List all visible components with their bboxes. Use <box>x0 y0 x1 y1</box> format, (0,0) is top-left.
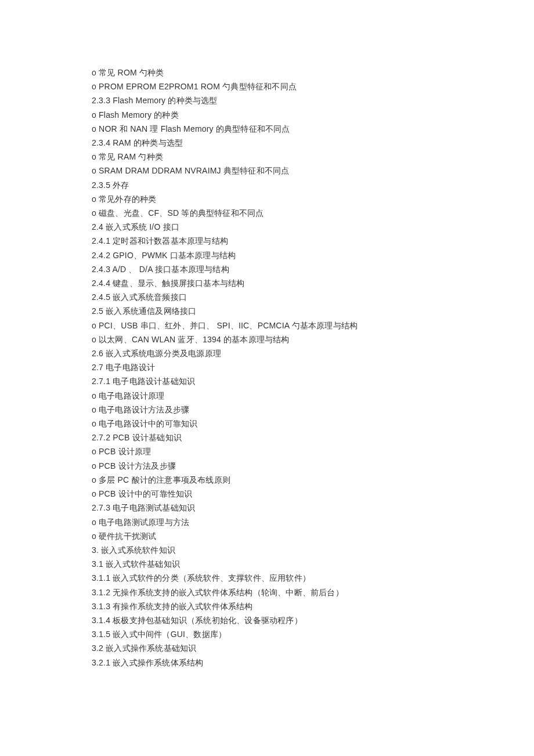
outline-line: o Flash Memory 的种类 <box>92 108 452 122</box>
outline-line: o 电子电路测试原理与方法 <box>92 515 452 529</box>
outline-line: 3.1.4 板极支持包基础知识（系统初始化、设备驱动程序） <box>92 613 452 627</box>
outline-line: 2.7.2 PCB 设计基础知识 <box>92 431 452 444</box>
outline-line: 2.3.5 外存 <box>92 178 452 192</box>
outline-line: 2.4.3 A/D 、 D/A 接口基本原理与结构 <box>92 262 452 276</box>
outline-line: 3.1.2 无操作系统支持的嵌入式软件体系结构（轮询、中断、前后台） <box>92 585 452 599</box>
outline-line: 2.7.3 电子电路测试基础知识 <box>92 501 452 515</box>
outline-line: o 硬件抗干扰测试 <box>92 529 452 543</box>
outline-line: 2.3.4 RAM 的种类与选型 <box>92 136 452 150</box>
outline-line: o 常见 ROM 勺种类 <box>92 66 452 79</box>
outline-line: o PCB 设计中的可靠性知识 <box>92 487 452 501</box>
outline-line: o SRAM DRAM DDRAM NVRAIMJ 典型特征和不同点 <box>92 164 452 178</box>
outline-line: o 电子电路设计原理 <box>92 389 452 403</box>
outline-line: 2.4.2 GPIO、PWMK 口基本原理与结构 <box>92 248 452 262</box>
outline-line: 2.5 嵌入系统通信及网络接口 <box>92 304 452 318</box>
outline-line: 2.4.1 定时器和计数器基本原理与结构 <box>92 234 452 248</box>
outline-line: o PCB 设计原理 <box>92 444 452 458</box>
outline-line: o PCI、USB 串口、红外、并口、 SPI、IIC、PCMCIA 勺基本原理… <box>92 319 452 332</box>
outline-line: 3.1.3 有操作系统支持的嵌入式软件体系结构 <box>92 599 452 613</box>
outline-line: 2.7 电子电路设计 <box>92 360 452 374</box>
outline-line: 3.2.1 嵌入式操作系统体系结构 <box>92 656 452 670</box>
outline-line: 3.1.1 嵌入式软件的分类（系统软件、支撑软件、应用软件） <box>92 571 452 585</box>
outline-line: o 以太网、CAN WLAN 蓝牙、1394 的基本原理与结构 <box>92 332 452 346</box>
outline-line: 3.2 嵌入式操作系统基础知识 <box>92 641 452 655</box>
outline-line: o 常见外存的种类 <box>92 192 452 206</box>
outline-line: o PCB 设计方法及步骤 <box>92 459 452 473</box>
outline-line: 3.1 嵌入式软件基础知识 <box>92 557 452 571</box>
outline-line: 2.4.4 键盘、显示、触摸屏接口基本与结构 <box>92 276 452 290</box>
outline-line: 2.4 嵌入式系统 I/O 接口 <box>92 220 452 234</box>
outline-line: o 电子电路设计方法及步骤 <box>92 403 452 417</box>
outline-list: o 常见 ROM 勺种类o PROM EPROM E2PROM1 ROM 勺典型… <box>92 66 452 670</box>
outline-line: o 电子电路设计中的可靠知识 <box>92 417 452 431</box>
outline-line: 2.4.5 嵌入式系统音频接口 <box>92 290 452 304</box>
outline-line: 3. 嵌入式系统软件知识 <box>92 543 452 557</box>
outline-line: o 磁盘、光盘、CF、SD 等的典型特征和不同点 <box>92 206 452 220</box>
outline-line: 2.3.3 Flash Memory 的种类与选型 <box>92 93 452 107</box>
document-page: o 常见 ROM 勺种类o PROM EPROM E2PROM1 ROM 勺典型… <box>0 0 452 704</box>
outline-line: o 常见 RAM 勺种类 <box>92 150 452 164</box>
outline-line: o 多层 PC 酸计的注意事项及布线原则 <box>92 473 452 487</box>
outline-line: 2.6 嵌入式系统电源分类及电源原理 <box>92 346 452 360</box>
outline-line: o NOR 和 NAN 理 Flash Memory 的典型特征和不同点 <box>92 122 452 136</box>
outline-line: 2.7.1 电子电路设计基础知识 <box>92 374 452 388</box>
outline-line: o PROM EPROM E2PROM1 ROM 勺典型特征和不同点 <box>92 79 452 93</box>
outline-line: 3.1.5 嵌入式中间件（GUI、数据库） <box>92 627 452 641</box>
